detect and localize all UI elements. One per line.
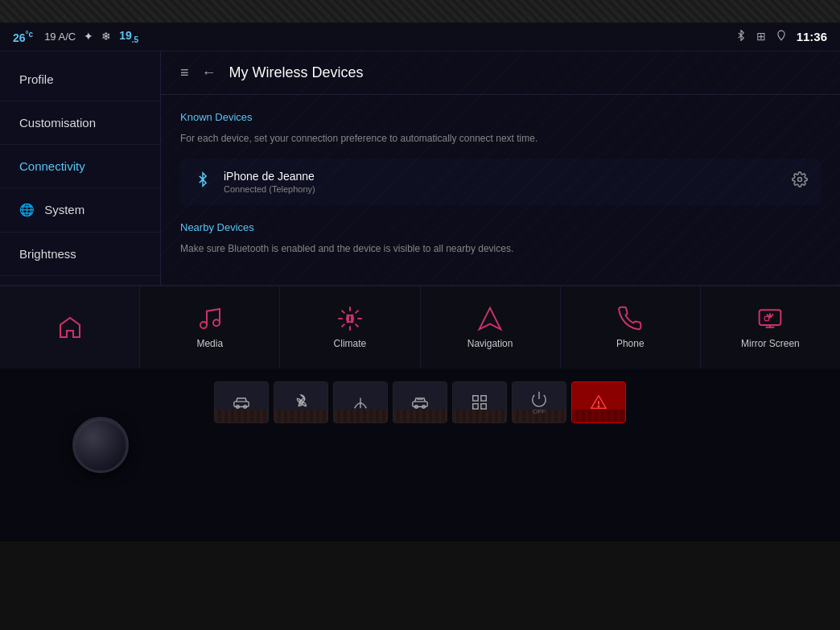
svg-rect-21 [473, 404, 478, 409]
status-bar-right: ⊞ 11:36 [735, 30, 827, 43]
carbon-top-bar [0, 0, 840, 23]
known-devices-label: Known Devices [180, 111, 821, 123]
music-icon [197, 306, 223, 331]
device-info: iPhone de Jeanne Connected (Telephony) [224, 170, 780, 194]
device-settings-button[interactable] [792, 171, 808, 191]
clock-display: 11:36 [797, 30, 827, 43]
grid-button[interactable] [452, 381, 507, 423]
panel-header: ≡ ← My Wireless Devices [161, 51, 840, 95]
svg-rect-20 [481, 396, 486, 401]
media-status-icon: ⊞ [756, 30, 766, 43]
nav-item-media[interactable]: Media [140, 286, 280, 369]
snowflake-icon: ❄ [101, 30, 111, 43]
svg-point-25 [598, 406, 599, 407]
nav-item-mirror-screen[interactable]: Mirror Screen [701, 286, 840, 369]
fan-button[interactable] [274, 381, 328, 423]
device-name: iPhone de Jeanne [224, 170, 780, 183]
off-ctrl-icon [530, 390, 548, 408]
device-status: Connected (Telephony) [224, 184, 780, 194]
car-button[interactable] [214, 381, 269, 423]
svg-point-0 [798, 178, 802, 182]
fan-icon: ✦ [84, 30, 93, 43]
back-button[interactable]: ← [202, 64, 216, 81]
physical-controls-area: OFF [0, 369, 840, 541]
settings-sidebar: Profile Customisation Connectivity 🌐 Sys… [0, 51, 161, 285]
sidebar-item-system[interactable]: 🌐 System [0, 188, 160, 233]
emergency-triangle-icon [590, 393, 607, 411]
temperature-display: 26°c [13, 30, 33, 44]
nav-icon [477, 306, 503, 331]
nav-item-phone[interactable]: Phone [561, 286, 701, 369]
status-bar: 26°c 19 A/C ✦ ❄ 19.5 ⊞ 11:36 [0, 23, 840, 51]
mirror-screen-icon [757, 306, 783, 331]
fan-ctrl-icon [292, 393, 310, 411]
off-button[interactable]: OFF [512, 381, 566, 423]
phone-icon [617, 306, 643, 331]
home-icon [57, 315, 83, 340]
nav-item-navigation[interactable]: Navigation [421, 286, 561, 369]
temp-setting-display: 19.5 [119, 29, 138, 44]
emergency-button[interactable] [571, 381, 626, 423]
nav-item-climate[interactable]: Climate [280, 286, 420, 369]
controls-row: OFF [214, 381, 626, 423]
known-devices-description: For each device, set your connection pre… [180, 131, 821, 146]
nav-item-home[interactable] [0, 286, 140, 369]
nearby-devices-description: Make sure Bluetooth is enabled and the d… [180, 241, 821, 256]
rotary-knob[interactable] [72, 417, 129, 473]
svg-point-1 [200, 322, 207, 328]
sidebar-item-connectivity[interactable]: Connectivity [0, 145, 160, 188]
sidebar-item-brightness[interactable]: Brightness [0, 233, 160, 276]
svg-rect-8 [765, 316, 769, 320]
location-icon [776, 30, 787, 43]
grid-ctrl-icon [471, 393, 488, 411]
climate-icon [337, 306, 363, 331]
panel-body: Known Devices For each device, set your … [161, 95, 840, 285]
content-panel: ≡ ← My Wireless Devices Known Devices Fo… [161, 51, 840, 285]
hamburger-button[interactable]: ≡ [180, 65, 189, 80]
svg-rect-19 [473, 396, 478, 401]
navigation-label: Navigation [467, 338, 513, 349]
svg-rect-22 [481, 404, 486, 409]
media-label: Media [196, 338, 223, 349]
main-content-area: Profile Customisation Connectivity 🌐 Sys… [0, 51, 840, 285]
nearby-devices-section: Nearby Devices Make sure Bluetooth is en… [180, 221, 821, 256]
ac-display: 19 A/C [44, 31, 76, 43]
sidebar-item-customisation[interactable]: Customisation [0, 101, 160, 145]
car2-button[interactable] [393, 381, 447, 423]
bottom-navigation: Media Climate Navigation Phone [0, 285, 840, 369]
phone-label: Phone [616, 338, 644, 349]
bluetooth-icon [193, 171, 212, 192]
svg-point-2 [213, 319, 220, 326]
globe-icon: 🌐 [19, 203, 35, 216]
panel-title: My Wireless Devices [229, 64, 364, 81]
wipers-button[interactable] [333, 381, 388, 423]
nearby-devices-label: Nearby Devices [180, 221, 821, 233]
svg-marker-6 [480, 308, 501, 330]
wipers-ctrl-icon [352, 393, 369, 411]
car-ctrl-icon [233, 393, 250, 411]
sidebar-item-profile[interactable]: Profile [0, 58, 160, 101]
off-label: OFF [533, 408, 546, 415]
device-list-item[interactable]: iPhone de Jeanne Connected (Telephony) [180, 159, 821, 205]
mirror-screen-label: Mirror Screen [741, 338, 800, 349]
infotainment-screen: 26°c 19 A/C ✦ ❄ 19.5 ⊞ 11:36 [0, 23, 840, 369]
climate-label: Climate [334, 338, 367, 349]
bluetooth-status-icon [735, 30, 747, 43]
car2-ctrl-icon [411, 393, 429, 411]
